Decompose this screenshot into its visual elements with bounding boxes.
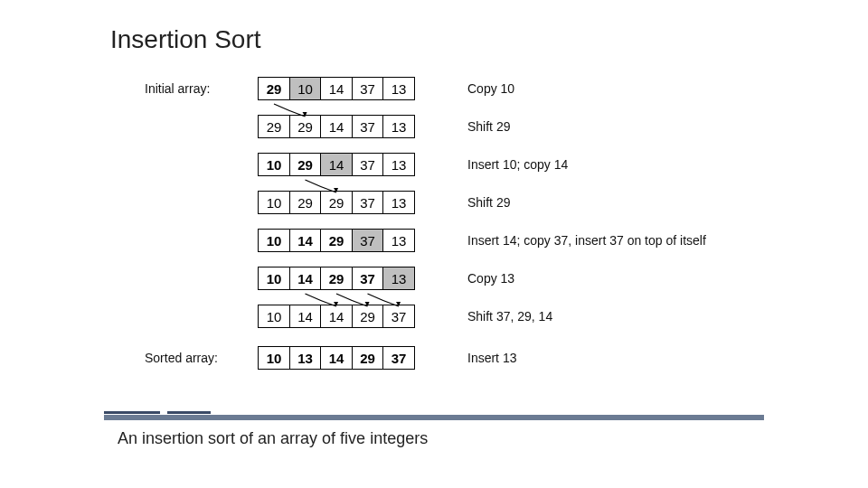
array-cell: 29 xyxy=(289,153,322,176)
array-cell: 10 xyxy=(289,77,322,100)
array-cell: 10 xyxy=(258,267,290,290)
step-label-right: Insert 13 xyxy=(467,351,516,365)
array-cell: 29 xyxy=(258,77,290,100)
array-cell: 37 xyxy=(352,77,384,100)
array-cell: 37 xyxy=(352,153,384,176)
array-cell: 29 xyxy=(289,191,322,214)
array-cell: 37 xyxy=(352,191,384,214)
cell-row: 1029143713 xyxy=(258,153,415,176)
step-label-right: Shift 37, 29, 14 xyxy=(467,309,552,324)
array-cell: 13 xyxy=(382,77,415,100)
insertion-sort-diagram: Initial array:2910143713Copy 10292914371… xyxy=(136,74,769,381)
array-cell: 13 xyxy=(382,115,415,138)
array-cell: 37 xyxy=(352,229,384,252)
array-cell: 29 xyxy=(352,305,384,328)
array-cell: 14 xyxy=(320,115,353,138)
array-cell: 29 xyxy=(289,115,322,138)
step-row: 1029143713Insert 10; copy 14 xyxy=(136,150,769,179)
array-cell: 14 xyxy=(320,346,353,370)
cell-row: 2910143713 xyxy=(258,77,415,100)
array-cell: 37 xyxy=(352,267,384,290)
slide-title: Insertion Sort xyxy=(110,25,261,54)
step-label-right: Insert 14; copy 37, insert 37 on top of … xyxy=(467,233,706,248)
cell-row: 2929143713 xyxy=(258,115,415,138)
step-label-right: Copy 13 xyxy=(467,271,514,286)
step-label-right: Insert 10; copy 14 xyxy=(467,157,568,172)
step-label-right: Shift 29 xyxy=(467,195,510,210)
array-cell: 29 xyxy=(320,191,353,214)
step-label-left: Initial array: xyxy=(136,81,258,96)
array-cell: 10 xyxy=(258,346,290,370)
step-row: Sorted array:1013142937Insert 13 xyxy=(136,343,769,372)
array-cell: 37 xyxy=(382,346,415,370)
array-cell: 10 xyxy=(258,153,290,176)
array-cell: 10 xyxy=(258,229,290,252)
array-cell: 10 xyxy=(258,305,290,328)
array-cell: 10 xyxy=(258,191,290,214)
step-row: 1014293713Insert 14; copy 37, insert 37 … xyxy=(136,226,769,255)
array-cell: 14 xyxy=(320,153,353,176)
array-cell: 13 xyxy=(382,267,415,290)
array-cell: 13 xyxy=(289,346,322,370)
array-cell: 14 xyxy=(320,305,353,328)
step-row: 1014293713Copy 13 xyxy=(136,264,769,293)
array-cell: 29 xyxy=(352,346,384,370)
cell-row: 1014142937 xyxy=(258,305,415,328)
step-row: Initial array:2910143713Copy 10 xyxy=(136,74,769,103)
cell-row: 1013142937 xyxy=(258,346,415,370)
array-cell: 13 xyxy=(382,229,415,252)
step-row: 1029293713Shift 29 xyxy=(136,188,769,217)
step-label-right: Shift 29 xyxy=(467,119,510,134)
cell-row: 1014293713 xyxy=(258,267,415,290)
array-cell: 29 xyxy=(320,229,353,252)
cell-row: 1014293713 xyxy=(258,229,415,252)
step-label-left: Sorted array: xyxy=(136,351,258,365)
slide-caption: An insertion sort of an array of five in… xyxy=(118,429,428,448)
array-cell: 14 xyxy=(289,305,322,328)
array-cell: 37 xyxy=(382,305,415,328)
array-cell: 29 xyxy=(258,115,290,138)
step-label-right: Copy 10 xyxy=(467,81,514,96)
slide-divider xyxy=(104,411,764,420)
array-cell: 29 xyxy=(320,267,353,290)
cell-row: 1029293713 xyxy=(258,191,415,214)
array-cell: 14 xyxy=(289,229,322,252)
array-cell: 14 xyxy=(320,77,353,100)
array-cell: 13 xyxy=(382,153,415,176)
step-row: 1014142937Shift 37, 29, 14 xyxy=(136,302,769,331)
array-cell: 14 xyxy=(289,267,322,290)
step-row: 2929143713Shift 29 xyxy=(136,112,769,141)
array-cell: 37 xyxy=(352,115,384,138)
array-cell: 13 xyxy=(382,191,415,214)
